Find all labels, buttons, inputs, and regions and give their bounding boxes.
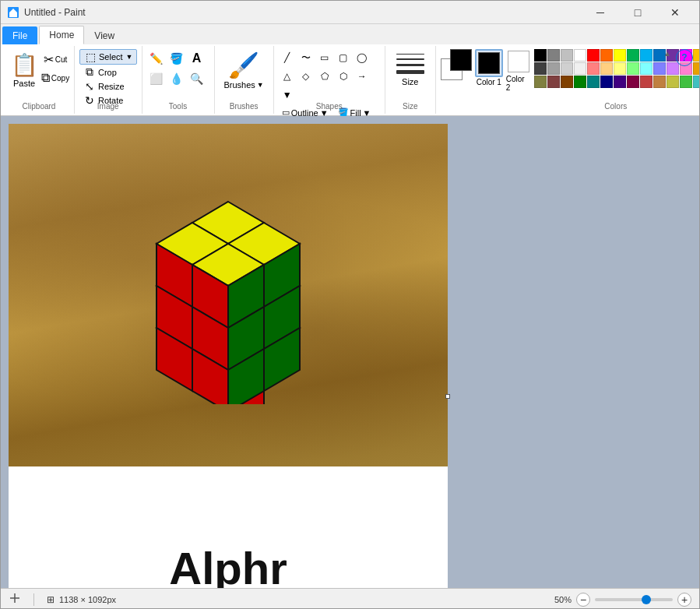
minimize-button[interactable]: ─ xyxy=(582,2,618,23)
shape-ellipse[interactable]: ◯ xyxy=(354,49,371,66)
swatch-brown[interactable] xyxy=(547,76,560,88)
text-button[interactable]: A xyxy=(188,49,206,68)
color1-swatch xyxy=(478,52,500,74)
cursor-section xyxy=(9,592,21,607)
color1-section: Color 1 xyxy=(475,49,503,86)
resize-handle-rc[interactable] xyxy=(445,394,450,399)
swatch-tan[interactable] xyxy=(653,76,666,88)
tab-file[interactable]: File xyxy=(2,26,37,44)
swatch-lightgreen[interactable] xyxy=(627,62,639,75)
zoom-in-button[interactable]: + xyxy=(677,593,691,607)
colors-section: Color 1 Color 2 xyxy=(441,49,700,125)
swatch-green[interactable] xyxy=(627,49,639,62)
fill-button[interactable]: 🪣 xyxy=(167,49,186,68)
crop-button[interactable]: ⧉ Crop xyxy=(79,65,137,79)
shape-curve[interactable]: 〜 xyxy=(297,49,315,66)
swatch-medgray[interactable] xyxy=(547,62,560,75)
shape-round-rect[interactable]: ▢ xyxy=(335,49,352,66)
swatch-amber[interactable] xyxy=(693,62,700,75)
swatch-lightgray[interactable] xyxy=(561,62,573,75)
brushes-arrow-icon: ▼ xyxy=(257,81,264,89)
color2-display[interactable] xyxy=(506,49,531,74)
shape-more[interactable]: ▼ xyxy=(279,86,296,104)
ribbon-group-image: ⬚ Select ▼ ⧉ Crop ⤡ Resize ↻ Rotate Imag… xyxy=(75,46,142,114)
swatch-verylightgray[interactable] xyxy=(574,62,586,75)
resize-icon: ⤡ xyxy=(83,80,97,93)
swatch-lightred[interactable] xyxy=(587,62,600,75)
zoom-slider-thumb[interactable] xyxy=(642,595,651,604)
select-button[interactable]: ⬚ Select ▼ xyxy=(79,49,137,65)
tab-view[interactable]: View xyxy=(84,26,125,44)
swatch-navy[interactable] xyxy=(600,76,613,88)
close-button[interactable]: ✕ xyxy=(657,2,693,23)
shape-hex[interactable]: ⬡ xyxy=(335,68,352,85)
size-line-2 xyxy=(396,58,424,60)
shape-rect[interactable]: ▭ xyxy=(316,49,333,66)
pencil-button[interactable]: ✏️ xyxy=(147,49,166,68)
size-line-3 xyxy=(396,64,424,66)
shape-arrow[interactable]: → xyxy=(354,68,371,85)
eraser-button[interactable]: ⬜ xyxy=(147,69,166,88)
rubik-section xyxy=(9,124,448,466)
swatch-maroon[interactable] xyxy=(627,76,639,88)
swatch-medteal[interactable] xyxy=(693,76,700,88)
swatch-red[interactable] xyxy=(587,49,600,62)
swatch-silver[interactable] xyxy=(561,49,573,62)
size-button[interactable]: Size xyxy=(390,49,431,88)
swatch-lightcyan[interactable] xyxy=(640,62,653,75)
zoom-percent: 50% xyxy=(554,595,572,604)
shape-triangle[interactable]: △ xyxy=(279,68,296,85)
shape-pentagon[interactable]: ⬠ xyxy=(316,68,333,85)
swatch-medlime[interactable] xyxy=(680,76,692,88)
swatch-lightyellow[interactable] xyxy=(614,62,626,75)
paste-button[interactable]: 📋 Paste xyxy=(9,49,40,90)
ribbon-collapse-button[interactable]: ▲ xyxy=(660,48,674,59)
brushes-button[interactable]: 🖌️ Brushes ▼ xyxy=(220,49,269,91)
window-title: Untitled - Paint xyxy=(24,7,582,18)
swatch-orange[interactable] xyxy=(600,49,613,62)
swatch-darkgray[interactable] xyxy=(534,62,547,75)
canvas-text: Alphr xyxy=(169,542,287,589)
help-button[interactable]: ? xyxy=(676,49,693,66)
swatch-gray[interactable] xyxy=(547,49,560,62)
swatch-black[interactable] xyxy=(534,49,547,62)
swatch-lightblue[interactable] xyxy=(653,62,666,75)
window-controls: ─ □ ✕ xyxy=(582,2,693,23)
resize-button[interactable]: ⤡ Resize xyxy=(79,79,137,93)
copy-button[interactable]: ⧉ Copy xyxy=(41,69,69,86)
swatch-indigo[interactable] xyxy=(614,76,626,88)
copy-icon: ⧉ xyxy=(41,71,50,85)
color-picker-button[interactable]: 💧 xyxy=(167,69,186,88)
zoom-section: 50% − + xyxy=(554,593,691,607)
color1-active[interactable] xyxy=(475,49,503,77)
swatch-darkgreen[interactable] xyxy=(574,76,586,88)
swatch-teal[interactable] xyxy=(587,76,600,88)
select-arrow-icon: ▼ xyxy=(126,53,133,61)
canvas-area[interactable]: Alphr xyxy=(1,116,699,588)
tab-home[interactable]: Home xyxy=(39,26,84,44)
color-pair-display xyxy=(441,49,472,80)
maximize-button[interactable]: □ xyxy=(620,2,656,23)
size-line-4 xyxy=(396,70,424,74)
color2-section: Color 2 xyxy=(506,49,531,92)
swatch-peach[interactable] xyxy=(600,62,613,75)
swatch-lavender[interactable] xyxy=(667,62,679,75)
swatch-yellow[interactable] xyxy=(614,49,626,62)
shape-line[interactable]: ╱ xyxy=(279,49,296,66)
copy-label: Copy xyxy=(51,74,69,83)
swatch-cyan[interactable] xyxy=(640,49,653,62)
zoom-slider[interactable] xyxy=(595,598,673,601)
colors-label: Colors xyxy=(436,102,700,111)
swatch-salmon[interactable] xyxy=(640,76,653,88)
swatch-olive[interactable] xyxy=(534,76,547,88)
zoom-out-button[interactable]: − xyxy=(576,593,590,607)
shape-diamond[interactable]: ◇ xyxy=(297,68,315,85)
swatch-khaki[interactable] xyxy=(667,76,679,88)
status-divider-1 xyxy=(33,593,34,606)
magnifier-button[interactable]: 🔍 xyxy=(188,69,206,88)
cut-button[interactable]: ✂ Cut xyxy=(41,51,69,68)
swatch-white[interactable] xyxy=(574,49,586,62)
swatch-darkbrown[interactable] xyxy=(561,76,573,88)
size-lines xyxy=(396,54,424,74)
swatch-gold[interactable] xyxy=(693,49,700,62)
